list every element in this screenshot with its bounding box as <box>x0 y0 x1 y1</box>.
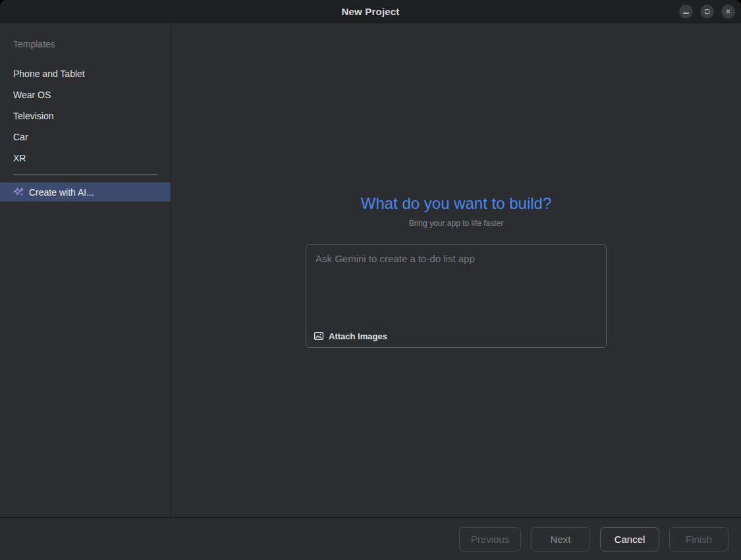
gemini-prompt-input[interactable] <box>306 245 606 318</box>
page-subtitle: Bring your app to life faster <box>409 219 503 228</box>
close-button[interactable]: ✕ <box>721 5 735 18</box>
image-picture-icon <box>314 331 324 341</box>
next-button[interactable]: Next <box>531 527 590 551</box>
sidebar-item-phone-and-tablet[interactable]: Phone and Tablet <box>0 63 171 84</box>
close-icon: ✕ <box>725 9 730 15</box>
sidebar-header: Templates <box>13 39 171 50</box>
create-with-ai-panel: What do you want to build? Bring your ap… <box>171 23 741 517</box>
cancel-button[interactable]: Cancel <box>600 527 659 551</box>
sidebar-item-label: Create with AI... <box>29 187 94 198</box>
sidebar-item-xr[interactable]: XR <box>0 148 171 169</box>
sidebar-item-create-with-ai[interactable]: Create with AI... <box>0 182 171 202</box>
gemini-sparkle-icon <box>13 186 24 198</box>
minimize-button[interactable] <box>679 5 693 18</box>
previous-button[interactable]: Previous <box>459 527 521 551</box>
maximize-icon <box>705 9 709 14</box>
maximize-button[interactable] <box>700 5 714 18</box>
attach-images-label: Attach Images <box>329 331 387 341</box>
finish-button[interactable]: Finish <box>669 527 728 551</box>
window-title: New Project <box>341 6 399 17</box>
sidebar-item-car[interactable]: Car <box>0 126 171 148</box>
sidebar-divider <box>13 174 157 175</box>
templates-sidebar: Templates Phone and Tablet Wear OS Telev… <box>0 23 171 517</box>
attach-images-button[interactable]: Attach Images <box>314 331 387 341</box>
page-title: What do you want to build? <box>361 194 552 213</box>
dialog-content: Templates Phone and Tablet Wear OS Telev… <box>0 23 741 517</box>
template-list: Phone and Tablet Wear OS Television Car … <box>0 63 171 169</box>
title-bar: New Project ✕ <box>0 0 741 23</box>
gemini-prompt-box: Attach Images <box>306 244 607 348</box>
new-project-dialog: New Project ✕ Templates Phone and Tablet… <box>0 0 741 560</box>
sidebar-item-wear-os[interactable]: Wear OS <box>0 84 171 105</box>
sidebar-item-television[interactable]: Television <box>0 105 171 126</box>
dialog-footer: Previous Next Cancel Finish <box>0 517 741 560</box>
minimize-icon <box>683 13 689 14</box>
window-controls: ✕ <box>679 0 735 23</box>
